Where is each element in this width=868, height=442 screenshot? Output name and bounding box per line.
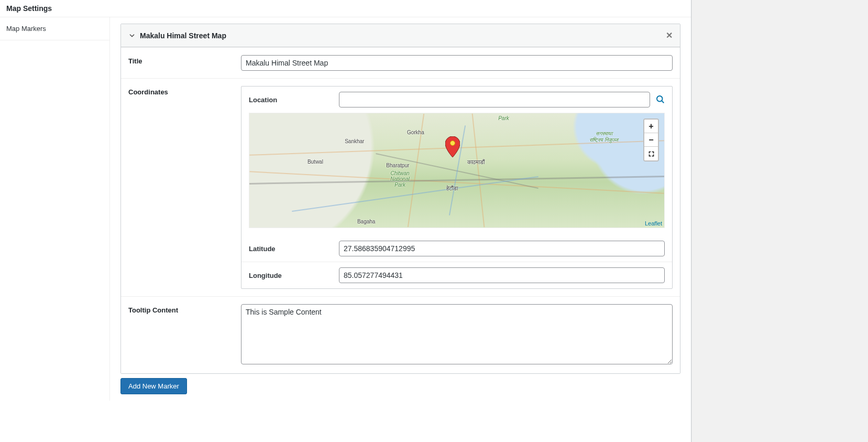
accordion-title: Makalu Himal Street Map [140,31,226,40]
longitude-label: Longitude [249,272,333,279]
fullscreen-button[interactable] [644,147,658,160]
map-label-hetauda: हेटौंडा [446,185,458,192]
map-label-kathmandu: काठमाडौं [467,159,485,166]
settings-tabs: Map Markers [0,17,110,401]
add-new-marker-button[interactable]: Add New Marker [120,378,187,394]
zoom-out-button[interactable]: − [644,133,658,147]
chevron-down-icon [128,32,136,39]
accordion-header[interactable]: Makalu Himal Street Map ✕ [121,24,680,47]
latitude-input[interactable] [339,241,665,256]
title-label: Title [128,55,241,65]
svg-line-1 [662,101,663,102]
title-input[interactable] [241,55,673,71]
marker-accordion: Makalu Himal Street Map ✕ Title Coordina… [120,24,680,374]
latitude-label: Latitude [249,245,333,253]
map-label-chitwan: Chitwan National Park [390,170,410,188]
map-label-park-top: Park [498,115,509,121]
page-title: Map Settings [0,0,691,17]
search-icon[interactable] [655,94,665,105]
map-label-sagarmatha: सगरमाथा राष्ट्रिय निकुञ्ज [589,131,618,143]
map-label-sankhar: Sankhar [345,138,364,144]
close-icon[interactable]: ✕ [666,30,673,40]
zoom-in-button[interactable]: + [644,120,658,133]
map-label-gorkha: Gorkha [407,130,424,135]
right-sidebar [691,0,868,442]
map-label-bharatpur: Bharatpur [386,163,409,168]
map-attribution[interactable]: Leaflet [645,220,662,227]
coordinates-label: Coordinates [128,86,241,96]
map-canvas[interactable]: Park Gorkha Sankhar काठमाडौं सगरमाथा राष… [249,113,665,228]
tab-map-markers[interactable]: Map Markers [0,17,109,40]
location-label: Location [249,96,333,104]
map-label-bagaha: Bagaha [357,219,375,224]
longitude-input[interactable] [339,267,665,283]
tooltip-label: Tooltip Content [128,304,241,314]
location-input[interactable] [339,92,650,107]
map-label-butwal: Butwal [307,159,323,165]
tooltip-textarea[interactable] [241,304,673,364]
map-zoom-controls: + − [643,118,659,161]
